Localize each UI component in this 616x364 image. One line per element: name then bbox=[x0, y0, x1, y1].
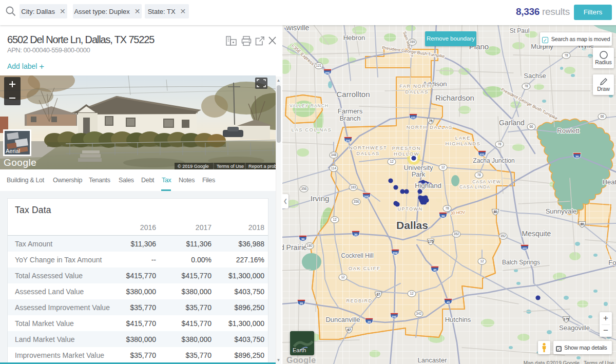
svg-text:Zacha Junction: Zacha Junction bbox=[473, 157, 514, 164]
svg-text:HIGHLANDS: HIGHLANDS bbox=[446, 141, 481, 146]
svg-text:12: 12 bbox=[341, 275, 345, 279]
svg-text:Duncanville: Duncanville bbox=[325, 316, 360, 323]
svg-text:NORTHWEST: NORTHWEST bbox=[349, 145, 388, 150]
svg-text:35E: 35E bbox=[345, 139, 351, 142]
svg-text:Park: Park bbox=[412, 170, 426, 178]
svg-text:Report a problem: Report a problem bbox=[248, 164, 276, 169]
svg-text:635: 635 bbox=[480, 153, 485, 156]
svg-text:FAR NORTH: FAR NORTH bbox=[399, 83, 434, 89]
svg-text:VALLEY RANCH: VALLEY RANCH bbox=[290, 103, 329, 108]
svg-text:289: 289 bbox=[410, 40, 415, 44]
svg-text:45: 45 bbox=[447, 301, 450, 304]
svg-text:66: 66 bbox=[529, 125, 533, 128]
svg-text:UPTOWN: UPTOWN bbox=[398, 206, 423, 212]
svg-text:For: For bbox=[608, 259, 616, 266]
svg-text:78: 78 bbox=[564, 53, 568, 57]
svg-text:Terms of Use: Terms of Use bbox=[217, 164, 244, 169]
svg-text:Sachse: Sachse bbox=[524, 72, 546, 80]
svg-text:67: 67 bbox=[347, 328, 351, 332]
svg-text:75: 75 bbox=[429, 119, 433, 123]
svg-text:Seagoville: Seagoville bbox=[559, 324, 590, 332]
svg-text:Garland: Garland bbox=[499, 119, 525, 127]
svg-text:LAKE: LAKE bbox=[455, 135, 471, 141]
svg-text:12: 12 bbox=[480, 259, 484, 263]
svg-text:30: 30 bbox=[354, 233, 358, 236]
svg-text:67: 67 bbox=[376, 293, 380, 296]
svg-text:342: 342 bbox=[416, 312, 422, 315]
svg-text:183: 183 bbox=[351, 185, 356, 189]
svg-text:12: 12 bbox=[333, 218, 337, 221]
svg-text:35E: 35E bbox=[325, 71, 330, 74]
svg-text:356: 356 bbox=[301, 187, 307, 190]
svg-text:Google: Google bbox=[4, 157, 36, 168]
svg-text:30: 30 bbox=[575, 155, 579, 158]
svg-text:Heath: Heath bbox=[603, 178, 616, 186]
svg-text:35E: 35E bbox=[393, 252, 398, 255]
svg-text:REDBIRD: REDBIRD bbox=[346, 298, 372, 303]
svg-text:PRESTON: PRESTON bbox=[392, 145, 421, 151]
svg-text:Cockrell Hill: Cockrell Hill bbox=[341, 252, 373, 259]
svg-text:12: 12 bbox=[390, 160, 394, 163]
svg-text:78: 78 bbox=[477, 173, 481, 177]
svg-text:175: 175 bbox=[428, 240, 434, 243]
svg-text:20: 20 bbox=[300, 302, 303, 305]
svg-text:352: 352 bbox=[454, 232, 459, 236]
svg-text:78: 78 bbox=[524, 84, 528, 88]
svg-text:78: 78 bbox=[445, 206, 449, 210]
svg-text:Branch: Branch bbox=[339, 114, 360, 122]
svg-text:30: 30 bbox=[301, 238, 305, 241]
svg-text:348: 348 bbox=[331, 153, 337, 157]
svg-text:Irving: Irving bbox=[311, 194, 330, 203]
svg-text:d Prairie: d Prairie bbox=[282, 243, 307, 252]
svg-text:© 2019 Google: © 2019 Google bbox=[178, 164, 209, 169]
svg-text:20: 20 bbox=[368, 320, 371, 323]
svg-text:66: 66 bbox=[600, 114, 604, 118]
svg-text:80: 80 bbox=[493, 210, 497, 214]
svg-text:HOLLOW: HOLLOW bbox=[394, 151, 419, 157]
svg-text:80: 80 bbox=[580, 222, 584, 226]
svg-text:Aerial: Aerial bbox=[6, 148, 20, 154]
svg-text:CASA VIEW: CASA VIEW bbox=[472, 179, 501, 184]
svg-text:Richardson: Richardson bbox=[435, 93, 474, 102]
svg-text:635: 635 bbox=[523, 247, 527, 250]
svg-text:35E: 35E bbox=[364, 195, 369, 198]
svg-text:DALLAS: DALLAS bbox=[356, 150, 379, 156]
svg-text:12: 12 bbox=[410, 292, 414, 295]
svg-text:30: 30 bbox=[441, 215, 445, 218]
svg-text:356: 356 bbox=[354, 200, 359, 203]
svg-text:CASA LINDA: CASA LINDA bbox=[459, 184, 490, 189]
svg-text:St Paul: St Paul bbox=[510, 27, 530, 34]
svg-text:Rowlett: Rowlett bbox=[557, 127, 580, 135]
svg-text:114: 114 bbox=[331, 166, 337, 170]
svg-text:175: 175 bbox=[564, 317, 569, 321]
svg-text:NORTH DALLAS: NORTH DALLAS bbox=[407, 124, 453, 130]
svg-text:12: 12 bbox=[441, 165, 445, 169]
svg-text:wisville: wisville bbox=[286, 24, 310, 32]
svg-text:635: 635 bbox=[411, 116, 416, 119]
svg-text:78: 78 bbox=[497, 142, 502, 146]
svg-text:180: 180 bbox=[307, 244, 313, 247]
svg-text:LAS COLINAS: LAS COLINAS bbox=[292, 127, 332, 132]
svg-text:Hutchins: Hutchins bbox=[445, 316, 471, 323]
svg-text:Farmers: Farmers bbox=[338, 107, 363, 115]
svg-text:Lancaster: Lancaster bbox=[417, 356, 447, 364]
svg-text:121: 121 bbox=[316, 64, 322, 67]
svg-text:OAK CLIFF: OAK CLIFF bbox=[349, 265, 381, 271]
svg-text:Dallas: Dallas bbox=[396, 219, 428, 231]
svg-text:Sunnyvale: Sunnyvale bbox=[546, 207, 577, 215]
svg-text:Hebron: Hebron bbox=[343, 34, 365, 42]
svg-text:Balch Springs: Balch Springs bbox=[502, 259, 540, 266]
svg-text:Mesquite: Mesquite bbox=[522, 229, 551, 238]
svg-text:Carrollton: Carrollton bbox=[336, 90, 370, 99]
svg-text:Highland: Highland bbox=[415, 182, 441, 189]
svg-text:35E: 35E bbox=[392, 315, 397, 318]
svg-text:DALLAS: DALLAS bbox=[405, 89, 428, 94]
svg-text:45: 45 bbox=[433, 269, 437, 272]
svg-text:352: 352 bbox=[500, 234, 506, 238]
